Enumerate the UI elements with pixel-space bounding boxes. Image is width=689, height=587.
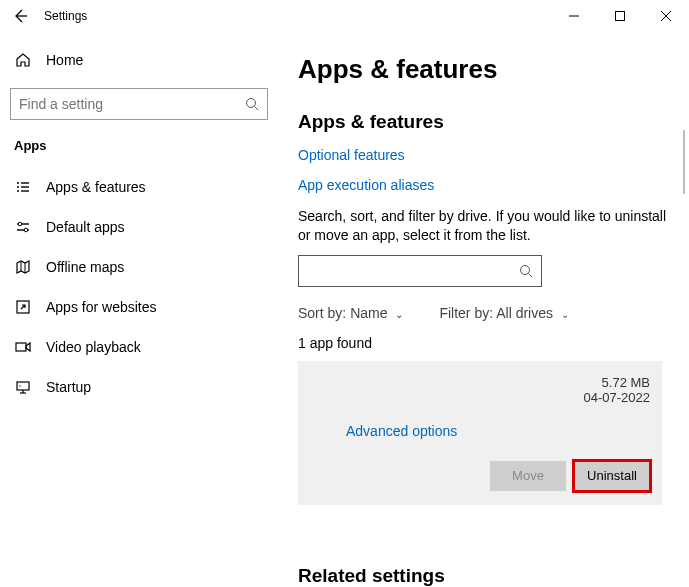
maximize-button[interactable]	[597, 0, 643, 32]
app-list-item[interactable]: 5.72 MB 04-07-2022 Advanced options Move…	[298, 361, 662, 505]
arrow-left-icon	[12, 8, 28, 24]
sidebar-item-offline-maps[interactable]: Offline maps	[10, 247, 268, 287]
app-search-container[interactable]	[298, 255, 542, 287]
main-content: Apps & features Apps & features Optional…	[278, 32, 689, 587]
sidebar-item-apps-websites[interactable]: Apps for websites	[10, 287, 268, 327]
sidebar: Home Apps Apps & features Default apps	[0, 32, 278, 587]
svg-rect-1	[616, 12, 625, 21]
home-icon	[14, 52, 32, 68]
sort-by-control[interactable]: Sort by: Name ⌄	[298, 305, 403, 321]
minimize-button[interactable]	[551, 0, 597, 32]
sort-value: Name	[350, 305, 387, 321]
search-input[interactable]	[19, 96, 245, 112]
link-optional-features[interactable]: Optional features	[298, 147, 669, 163]
svg-point-14	[18, 222, 22, 226]
sidebar-item-label: Startup	[46, 379, 91, 395]
sidebar-section-label: Apps	[10, 138, 268, 153]
title-bar: Settings	[0, 0, 689, 32]
uninstall-button[interactable]: Uninstall	[574, 461, 650, 491]
minimize-icon	[569, 11, 579, 21]
link-advanced-options[interactable]: Advanced options	[310, 423, 650, 439]
section-description: Search, sort, and filter by drive. If yo…	[298, 207, 669, 245]
svg-point-24	[521, 265, 530, 274]
app-size: 5.72 MB	[584, 375, 651, 390]
sort-label: Sort by:	[298, 305, 346, 321]
sidebar-item-apps-features[interactable]: Apps & features	[10, 167, 268, 207]
sidebar-item-label: Apps for websites	[46, 299, 157, 315]
app-count: 1 app found	[298, 335, 669, 351]
close-icon	[661, 11, 671, 21]
sidebar-item-video-playback[interactable]: Video playback	[10, 327, 268, 367]
nav-home[interactable]: Home	[10, 42, 268, 78]
sidebar-item-label: Default apps	[46, 219, 125, 235]
svg-rect-20	[17, 382, 29, 390]
svg-point-23	[19, 385, 20, 386]
defaults-icon	[14, 219, 32, 235]
sidebar-item-label: Offline maps	[46, 259, 124, 275]
svg-point-4	[247, 99, 256, 108]
chevron-down-icon: ⌄	[391, 309, 403, 320]
search-input-container[interactable]	[10, 88, 268, 120]
svg-point-15	[24, 228, 28, 232]
open-icon	[14, 299, 32, 315]
svg-rect-19	[16, 343, 26, 351]
close-button[interactable]	[643, 0, 689, 32]
related-settings-title: Related settings	[298, 565, 669, 587]
startup-icon	[14, 379, 32, 395]
page-title: Apps & features	[298, 54, 669, 85]
sidebar-item-label: Apps & features	[46, 179, 146, 195]
app-date: 04-07-2022	[584, 390, 651, 405]
section-title: Apps & features	[298, 111, 669, 133]
video-icon	[14, 339, 32, 355]
maximize-icon	[615, 11, 625, 21]
search-icon	[519, 264, 533, 278]
scrollbar[interactable]	[683, 130, 685, 194]
window-title: Settings	[40, 9, 87, 23]
filter-value: All drives	[496, 305, 553, 321]
filter-label: Filter by:	[439, 305, 493, 321]
sidebar-item-default-apps[interactable]: Default apps	[10, 207, 268, 247]
sidebar-item-startup[interactable]: Startup	[10, 367, 268, 407]
filter-by-control[interactable]: Filter by: All drives ⌄	[439, 305, 569, 321]
search-icon	[245, 97, 259, 111]
move-button: Move	[490, 461, 566, 491]
chevron-down-icon: ⌄	[557, 309, 569, 320]
svg-line-25	[529, 273, 533, 277]
nav-home-label: Home	[46, 52, 83, 68]
map-icon	[14, 259, 32, 275]
app-search-input[interactable]	[307, 263, 519, 279]
sidebar-item-label: Video playback	[46, 339, 141, 355]
back-button[interactable]	[0, 0, 40, 32]
list-icon	[14, 179, 32, 195]
svg-line-5	[255, 107, 259, 111]
link-app-execution-aliases[interactable]: App execution aliases	[298, 177, 669, 193]
